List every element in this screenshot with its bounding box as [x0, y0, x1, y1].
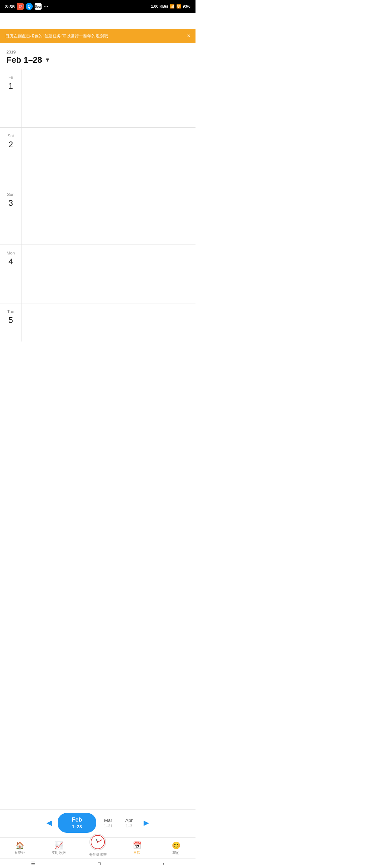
day-label-fri: Fri 1: [0, 69, 22, 127]
status-bar: 8:35 🎯 Q Soul ··· 1.00 KB/s 📶 🛜 93%: [0, 0, 196, 13]
day-label-sun: Sun 3: [0, 186, 22, 245]
day-label-sat: Sat 2: [0, 128, 22, 186]
day-row-sun: Sun 3: [0, 186, 196, 245]
day-content-tue[interactable]: [22, 303, 196, 341]
month-range-selector[interactable]: Feb 1–28 ▼: [6, 55, 189, 65]
app-icon-soul: Soul: [35, 3, 42, 10]
day-num-sun: 3: [3, 198, 18, 208]
signal-icon: 📶: [170, 4, 175, 9]
day-row-mon: Mon 4: [0, 245, 196, 303]
banner-close-button[interactable]: ×: [187, 33, 190, 39]
year-label: 2019: [6, 50, 189, 54]
calendar-container: Fri 1 Sat 2 Sun 3 Mon 4 Tue 5: [0, 69, 196, 405]
battery-display: 93%: [183, 4, 190, 9]
day-name-tue: Tue: [3, 309, 18, 314]
network-speed: 1.00 KB/s: [151, 4, 168, 9]
day-row-tue: Tue 5: [0, 303, 196, 341]
day-content-mon[interactable]: [22, 245, 196, 303]
day-content-fri[interactable]: [22, 69, 196, 127]
app-icon-red: 🎯: [17, 3, 24, 10]
day-num-tue: 5: [3, 315, 18, 325]
day-num-fri: 1: [3, 81, 18, 91]
month-header: 2019 Feb 1–28 ▼: [0, 43, 196, 69]
time-display: 8:35: [5, 4, 15, 9]
more-dots: ···: [44, 4, 49, 9]
day-label-mon: Mon 4: [0, 245, 22, 303]
top-white-area: [0, 13, 196, 29]
status-left: 8:35 🎯 Q Soul ···: [5, 3, 49, 10]
app-icon-qq: Q: [26, 3, 33, 10]
info-banner: 日历左侧点击橘色的"创建任务"可以进行一整年的规划哦 ×: [0, 29, 196, 43]
day-name-mon: Mon: [3, 251, 18, 255]
banner-text: 日历左侧点击橘色的"创建任务"可以进行一整年的规划哦: [5, 33, 187, 39]
dropdown-arrow-icon: ▼: [45, 57, 50, 63]
month-range-text: Feb 1–28: [6, 55, 42, 65]
status-right: 1.00 KB/s 📶 🛜 93%: [151, 4, 190, 9]
day-content-sat[interactable]: [22, 128, 196, 186]
day-name-sun: Sun: [3, 192, 18, 197]
day-name-sat: Sat: [3, 133, 18, 138]
day-label-tue: Tue 5: [0, 303, 22, 341]
day-row-sat: Sat 2: [0, 127, 196, 186]
day-num-mon: 4: [3, 257, 18, 267]
day-num-sat: 2: [3, 140, 18, 150]
day-row-fri: Fri 1: [0, 69, 196, 127]
day-name-fri: Fri: [3, 75, 18, 80]
day-content-sun[interactable]: [22, 186, 196, 245]
wifi-icon: 🛜: [176, 4, 181, 9]
